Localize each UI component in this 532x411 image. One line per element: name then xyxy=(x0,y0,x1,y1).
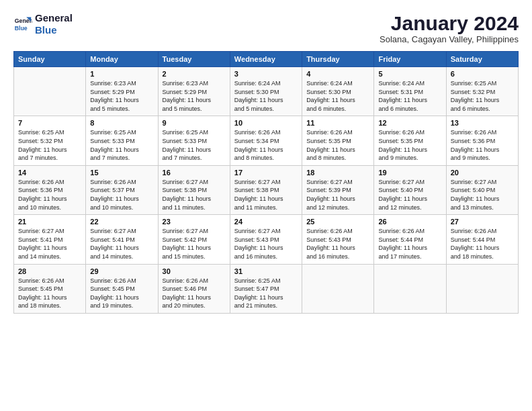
logo: General Blue General Blue xyxy=(13,12,73,36)
calendar-cell: 25Sunrise: 6:26 AM Sunset: 5:43 PM Dayli… xyxy=(302,215,374,264)
day-info: Sunrise: 6:25 AM Sunset: 5:47 PM Dayligh… xyxy=(234,277,298,310)
day-number: 7 xyxy=(18,119,81,127)
day-number: 19 xyxy=(378,169,441,177)
day-number: 8 xyxy=(90,119,153,127)
day-number: 6 xyxy=(451,70,514,78)
calendar-cell: 20Sunrise: 6:27 AM Sunset: 5:40 PM Dayli… xyxy=(446,165,518,214)
day-info: Sunrise: 6:24 AM Sunset: 5:30 PM Dayligh… xyxy=(306,79,369,113)
calendar-cell: 16Sunrise: 6:27 AM Sunset: 5:38 PM Dayli… xyxy=(158,165,230,214)
header: General Blue General Blue January 2024 S… xyxy=(13,12,519,44)
day-number: 21 xyxy=(18,218,81,226)
calendar-cell: 2Sunrise: 6:23 AM Sunset: 5:29 PM Daylig… xyxy=(158,67,230,116)
day-number: 10 xyxy=(234,119,298,127)
col-sunday: Sunday xyxy=(14,52,86,67)
calendar-cell: 23Sunrise: 6:27 AM Sunset: 5:42 PM Dayli… xyxy=(158,215,230,264)
day-number: 31 xyxy=(234,267,298,275)
day-info: Sunrise: 6:26 AM Sunset: 5:44 PM Dayligh… xyxy=(451,227,514,261)
day-number: 2 xyxy=(163,70,226,78)
day-info: Sunrise: 6:27 AM Sunset: 5:41 PM Dayligh… xyxy=(90,227,153,261)
calendar-cell: 12Sunrise: 6:26 AM Sunset: 5:35 PM Dayli… xyxy=(374,116,446,165)
col-saturday: Saturday xyxy=(446,52,518,67)
calendar-cell: 6Sunrise: 6:25 AM Sunset: 5:32 PM Daylig… xyxy=(446,67,518,116)
day-number: 20 xyxy=(451,169,514,177)
calendar-cell: 24Sunrise: 6:27 AM Sunset: 5:43 PM Dayli… xyxy=(230,215,302,264)
calendar-cell: 18Sunrise: 6:27 AM Sunset: 5:39 PM Dayli… xyxy=(302,165,374,214)
week-row-2: 7Sunrise: 6:25 AM Sunset: 5:32 PM Daylig… xyxy=(14,116,519,165)
day-info: Sunrise: 6:24 AM Sunset: 5:31 PM Dayligh… xyxy=(378,79,441,113)
day-number: 30 xyxy=(163,267,226,275)
day-info: Sunrise: 6:23 AM Sunset: 5:29 PM Dayligh… xyxy=(163,79,226,113)
logo-icon: General Blue xyxy=(13,15,32,34)
week-row-3: 14Sunrise: 6:26 AM Sunset: 5:36 PM Dayli… xyxy=(14,165,519,214)
calendar-cell: 1Sunrise: 6:23 AM Sunset: 5:29 PM Daylig… xyxy=(86,67,158,116)
calendar-cell: 10Sunrise: 6:26 AM Sunset: 5:34 PM Dayli… xyxy=(230,116,302,165)
day-number: 3 xyxy=(234,70,298,78)
calendar-cell: 14Sunrise: 6:26 AM Sunset: 5:36 PM Dayli… xyxy=(14,165,86,214)
calendar-cell: 30Sunrise: 6:26 AM Sunset: 5:46 PM Dayli… xyxy=(158,264,230,313)
day-info: Sunrise: 6:27 AM Sunset: 5:40 PM Dayligh… xyxy=(378,178,441,212)
day-number: 9 xyxy=(163,119,226,127)
calendar-cell xyxy=(446,264,518,313)
day-info: Sunrise: 6:26 AM Sunset: 5:36 PM Dayligh… xyxy=(18,178,81,212)
day-number: 14 xyxy=(18,169,81,177)
calendar-cell: 29Sunrise: 6:26 AM Sunset: 5:45 PM Dayli… xyxy=(86,264,158,313)
calendar-cell: 21Sunrise: 6:27 AM Sunset: 5:41 PM Dayli… xyxy=(14,215,86,264)
day-info: Sunrise: 6:27 AM Sunset: 5:41 PM Dayligh… xyxy=(18,227,81,261)
day-info: Sunrise: 6:26 AM Sunset: 5:34 PM Dayligh… xyxy=(234,128,298,162)
calendar-cell: 28Sunrise: 6:26 AM Sunset: 5:45 PM Dayli… xyxy=(14,264,86,313)
col-monday: Monday xyxy=(86,52,158,67)
day-info: Sunrise: 6:25 AM Sunset: 5:32 PM Dayligh… xyxy=(451,79,514,113)
calendar-cell: 3Sunrise: 6:24 AM Sunset: 5:30 PM Daylig… xyxy=(230,67,302,116)
calendar-cell xyxy=(374,264,446,313)
day-info: Sunrise: 6:26 AM Sunset: 5:35 PM Dayligh… xyxy=(306,128,369,162)
calendar-cell: 8Sunrise: 6:25 AM Sunset: 5:33 PM Daylig… xyxy=(86,116,158,165)
calendar-cell: 27Sunrise: 6:26 AM Sunset: 5:44 PM Dayli… xyxy=(446,215,518,264)
day-info: Sunrise: 6:26 AM Sunset: 5:45 PM Dayligh… xyxy=(90,277,153,310)
day-info: Sunrise: 6:26 AM Sunset: 5:46 PM Dayligh… xyxy=(163,277,226,310)
calendar-cell: 15Sunrise: 6:26 AM Sunset: 5:37 PM Dayli… xyxy=(86,165,158,214)
calendar-cell: 31Sunrise: 6:25 AM Sunset: 5:47 PM Dayli… xyxy=(230,264,302,313)
day-number: 13 xyxy=(451,119,514,127)
day-number: 25 xyxy=(306,218,369,226)
logo-line2: Blue xyxy=(35,24,73,36)
day-info: Sunrise: 6:27 AM Sunset: 5:42 PM Dayligh… xyxy=(163,227,226,261)
week-row-5: 28Sunrise: 6:26 AM Sunset: 5:45 PM Dayli… xyxy=(14,264,519,313)
col-thursday: Thursday xyxy=(302,52,374,67)
calendar-cell: 19Sunrise: 6:27 AM Sunset: 5:40 PM Dayli… xyxy=(374,165,446,214)
day-number: 16 xyxy=(163,169,226,177)
day-info: Sunrise: 6:26 AM Sunset: 5:36 PM Dayligh… xyxy=(451,128,514,162)
day-number: 23 xyxy=(163,218,226,226)
col-friday: Friday xyxy=(374,52,446,67)
calendar-cell: 5Sunrise: 6:24 AM Sunset: 5:31 PM Daylig… xyxy=(374,67,446,116)
day-number: 4 xyxy=(306,70,369,78)
day-number: 26 xyxy=(378,218,441,226)
day-number: 5 xyxy=(378,70,441,78)
subtitle: Solana, Cagayan Valley, Philippines xyxy=(380,34,519,44)
day-info: Sunrise: 6:23 AM Sunset: 5:29 PM Dayligh… xyxy=(90,79,153,113)
day-number: 15 xyxy=(90,169,153,177)
day-number: 17 xyxy=(234,169,298,177)
day-number: 11 xyxy=(306,119,369,127)
logo-text: General Blue xyxy=(35,12,73,36)
day-number: 29 xyxy=(90,267,153,275)
svg-text:Blue: Blue xyxy=(15,25,28,32)
day-number: 1 xyxy=(90,70,153,78)
logo-line1: General xyxy=(35,12,73,24)
day-info: Sunrise: 6:27 AM Sunset: 5:40 PM Dayligh… xyxy=(451,178,514,212)
day-info: Sunrise: 6:27 AM Sunset: 5:39 PM Dayligh… xyxy=(306,178,369,212)
day-info: Sunrise: 6:25 AM Sunset: 5:33 PM Dayligh… xyxy=(163,128,226,162)
day-info: Sunrise: 6:26 AM Sunset: 5:35 PM Dayligh… xyxy=(378,128,441,162)
day-info: Sunrise: 6:27 AM Sunset: 5:38 PM Dayligh… xyxy=(234,178,298,212)
calendar-cell: 11Sunrise: 6:26 AM Sunset: 5:35 PM Dayli… xyxy=(302,116,374,165)
calendar-cell: 13Sunrise: 6:26 AM Sunset: 5:36 PM Dayli… xyxy=(446,116,518,165)
col-wednesday: Wednesday xyxy=(230,52,302,67)
day-number: 24 xyxy=(234,218,298,226)
calendar-cell xyxy=(14,67,86,116)
day-info: Sunrise: 6:25 AM Sunset: 5:33 PM Dayligh… xyxy=(90,128,153,162)
calendar-cell: 26Sunrise: 6:26 AM Sunset: 5:44 PM Dayli… xyxy=(374,215,446,264)
day-info: Sunrise: 6:24 AM Sunset: 5:30 PM Dayligh… xyxy=(234,79,298,113)
col-tuesday: Tuesday xyxy=(158,52,230,67)
day-number: 22 xyxy=(90,218,153,226)
header-row: Sunday Monday Tuesday Wednesday Thursday… xyxy=(14,52,519,67)
calendar-cell: 9Sunrise: 6:25 AM Sunset: 5:33 PM Daylig… xyxy=(158,116,230,165)
